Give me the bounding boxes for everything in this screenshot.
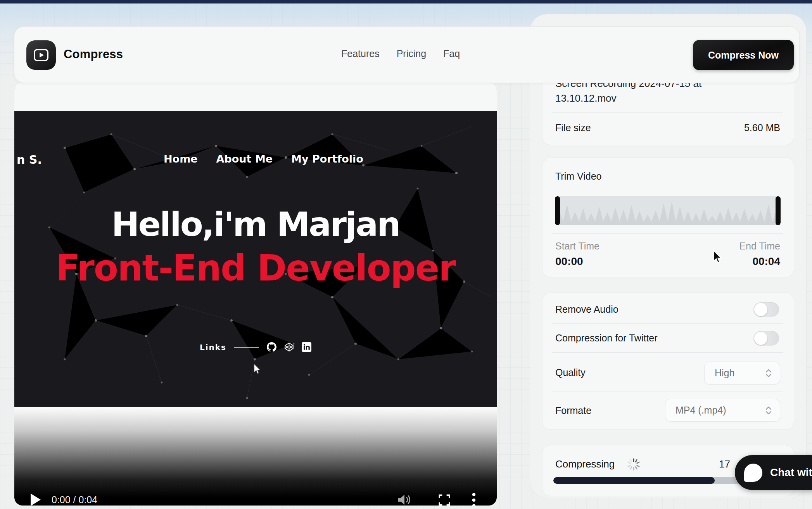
top-accent-bar: [0, 0, 812, 3]
divider: [552, 233, 783, 234]
chat-widget-button[interactable]: Chat wit: [735, 455, 812, 490]
compressing-status: Compressing: [555, 458, 615, 470]
remove-audio-label: Remove Audio: [555, 304, 619, 315]
header-nav: Features Pricing Faq: [341, 48, 460, 59]
end-time-label: End Time: [659, 241, 780, 252]
quality-value: High: [715, 367, 734, 379]
trim-end-handle[interactable]: [776, 196, 781, 225]
controls-gradient-overlay: [14, 407, 497, 506]
format-select[interactable]: MP4 (.mp4): [665, 399, 780, 422]
compressing-value: 17: [719, 458, 730, 470]
video-preview-card: n S. Home About Me My Portfolio Hello,i'…: [14, 82, 497, 506]
play-button[interactable]: [30, 493, 41, 506]
site-nav-portfolio: My Portfolio: [291, 153, 363, 165]
site-nav-about: About Me: [216, 153, 273, 165]
spinner-icon: [627, 458, 640, 471]
nav-item-features[interactable]: Features: [341, 48, 380, 59]
chat-label: Chat wit: [770, 466, 812, 479]
divider: [552, 391, 783, 391]
hero-subheading: Front-End Developer: [14, 248, 497, 289]
twitter-compression-label: Compression for Twitter: [555, 332, 658, 344]
chat-bubble-icon: [744, 464, 762, 482]
video-frame-hero: n S. Home About Me My Portfolio Hello,i'…: [14, 111, 497, 407]
quality-select[interactable]: High: [704, 362, 780, 384]
fullscreen-icon[interactable]: [438, 493, 451, 506]
start-time-label: Start Time: [555, 241, 599, 252]
trim-title: Trim Video: [555, 171, 601, 182]
app-screen: Screen Recording 2024-07-15 at 13.10.12.…: [0, 0, 812, 509]
divider: [552, 352, 783, 353]
volume-icon[interactable]: [397, 493, 412, 506]
waveform-graphic: [555, 196, 781, 225]
video-time-display: 0:00 / 0:04: [52, 494, 97, 506]
links-row: Links: [14, 342, 497, 352]
end-time-value[interactable]: 00:04: [659, 255, 780, 268]
links-label: Links: [200, 343, 226, 352]
file-size-value: 5.60 MB: [659, 122, 780, 133]
app-logo[interactable]: [26, 40, 56, 70]
remove-audio-toggle[interactable]: [753, 302, 779, 317]
chevron-updown-icon: [764, 405, 773, 416]
file-size-label: File size: [555, 122, 591, 133]
video-compress-icon: [32, 46, 50, 64]
linkedin-icon: [302, 342, 311, 352]
format-value: MP4 (.mp4): [676, 405, 726, 416]
twitter-compression-toggle[interactable]: [753, 331, 779, 346]
toggle-knob: [754, 332, 767, 345]
quality-label: Quality: [555, 367, 586, 378]
chevron-updown-icon: [764, 368, 773, 378]
file-name-line2: 13.10.12.mov: [555, 91, 780, 106]
start-time-value[interactable]: 00:00: [555, 255, 583, 268]
site-nav: Home About Me My Portfolio: [164, 153, 363, 165]
brand-title: Compress: [64, 47, 123, 61]
divider: [552, 323, 783, 324]
site-nav-home: Home: [164, 153, 198, 165]
nav-item-faq[interactable]: Faq: [443, 48, 460, 59]
hero-heading: Hello,i'm Marjan: [14, 205, 497, 244]
links-divider-line: [234, 347, 259, 348]
divider: [552, 113, 783, 113]
nav-item-pricing[interactable]: Pricing: [397, 48, 426, 59]
codepen-icon: [284, 342, 294, 352]
trim-waveform[interactable]: [555, 196, 781, 225]
format-label: Formate: [555, 405, 591, 416]
compress-now-button[interactable]: Compress Now: [693, 40, 794, 70]
video-player[interactable]: n S. Home About Me My Portfolio Hello,i'…: [14, 111, 497, 506]
toggle-knob: [754, 303, 767, 316]
overflow-menu-icon[interactable]: [472, 493, 476, 506]
site-logo-fragment: n S.: [17, 153, 42, 166]
trim-start-handle[interactable]: [555, 196, 560, 225]
github-icon: [267, 342, 276, 352]
divider: [552, 191, 783, 191]
compression-progress-fill: [553, 477, 715, 484]
